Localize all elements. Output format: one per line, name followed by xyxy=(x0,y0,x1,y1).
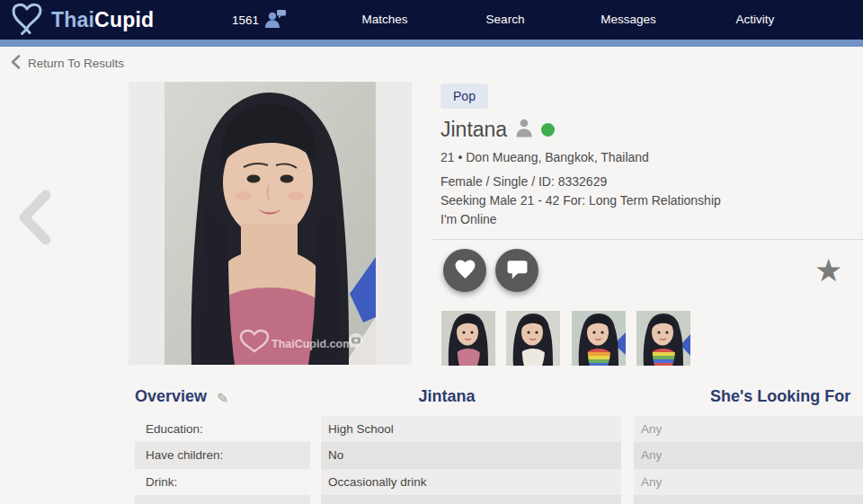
row-label: Smoke: xyxy=(135,495,310,504)
row-value: Occasionally drink xyxy=(321,469,621,495)
online-members-counter[interactable]: 1561 xyxy=(232,0,287,40)
accent-bar xyxy=(0,40,863,47)
table-row-drink: Drink: Occasionally drink Any xyxy=(135,469,863,495)
return-to-results-label: Return To Results xyxy=(28,57,124,70)
main-profile-photo[interactable]: ThaiCupid.com xyxy=(165,82,376,365)
profile-name-row: Jintana xyxy=(440,118,555,142)
photo-thumbnail-3[interactable] xyxy=(572,311,626,366)
brand-heart-icon xyxy=(9,1,45,39)
section-divider xyxy=(432,239,863,240)
carousel-prev-button[interactable] xyxy=(14,189,54,246)
person-icon xyxy=(515,119,533,141)
table-row-children: Have children: No Any xyxy=(135,442,863,468)
photo-thumbnail-1[interactable] xyxy=(441,311,495,366)
photo-thumbnail-4[interactable] xyxy=(636,311,690,366)
people-chat-icon xyxy=(263,9,287,31)
edit-pencil-icon[interactable]: ✎ xyxy=(217,390,228,407)
overview-title: Overview xyxy=(135,387,207,406)
table-row-smoke: Smoke: Don't smoke Any xyxy=(135,495,863,504)
row-value: Don't smoke xyxy=(321,495,621,504)
nav-item-search[interactable]: Search xyxy=(486,0,525,40)
row-value: High School xyxy=(321,416,621,442)
favorite-star-button[interactable]: ★ xyxy=(814,252,842,288)
looking-column-header: She's Looking For xyxy=(710,387,850,406)
nav-item-messages[interactable]: Messages xyxy=(601,0,656,40)
row-label: Drink: xyxy=(135,469,310,495)
nav-item-activity[interactable]: Activity xyxy=(736,0,775,40)
overview-table: Education: High School Any Have children… xyxy=(135,416,863,504)
message-button[interactable] xyxy=(495,249,538,292)
page: ThaiCupid 1561 Matches Search Messages A… xyxy=(0,0,863,504)
chat-bubble-icon xyxy=(506,259,529,283)
camera-count-icon xyxy=(349,333,363,348)
like-button[interactable] xyxy=(443,249,486,292)
chevron-left-icon xyxy=(11,55,21,72)
online-members-count: 1561 xyxy=(232,13,259,27)
row-looking: Any xyxy=(634,416,863,442)
row-label: Have children: xyxy=(135,442,310,468)
profile-column-header: Jintana xyxy=(418,387,475,406)
brand-logo[interactable]: ThaiCupid xyxy=(9,3,154,37)
pop-badge: Pop xyxy=(440,84,488,109)
row-label: Education: xyxy=(135,416,310,442)
status-line: Female / Single / ID: 8332629 xyxy=(440,174,607,189)
row-value: No xyxy=(321,442,621,468)
return-to-results-link[interactable]: Return To Results xyxy=(11,55,124,72)
profile-name: Jintana xyxy=(440,118,507,142)
table-row-education: Education: High School Any xyxy=(135,416,863,442)
nav-item-matches[interactable]: Matches xyxy=(361,0,407,40)
heart-icon xyxy=(454,259,476,283)
photo-thumbnail-2[interactable] xyxy=(506,311,560,366)
seeking-line: Seeking Male 21 - 42 For: Long Term Rela… xyxy=(440,193,721,208)
svg-text:ThaiCupid.com: ThaiCupid.com xyxy=(271,338,352,350)
online-dot-icon xyxy=(541,123,555,137)
online-status: I'm Online xyxy=(440,212,497,226)
age-location: 21 • Don Mueang, Bangkok, Thailand xyxy=(440,150,649,164)
brand-name: ThaiCupid xyxy=(51,8,154,32)
top-navbar: ThaiCupid 1561 Matches Search Messages A… xyxy=(0,0,863,40)
photo-panel: ThaiCupid.com xyxy=(129,82,412,365)
row-looking: Any xyxy=(634,469,863,495)
row-looking: Any xyxy=(634,495,863,504)
row-looking: Any xyxy=(634,442,863,468)
